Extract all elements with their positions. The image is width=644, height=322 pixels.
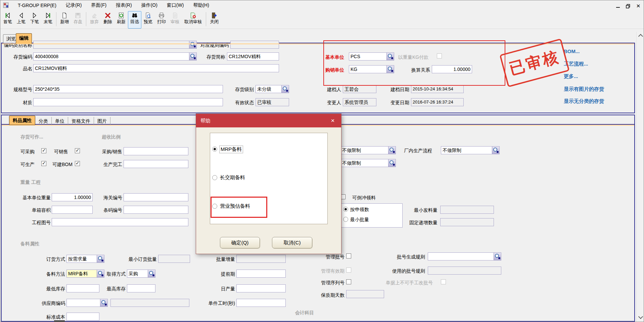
- lookup-icon[interactable]: [148, 270, 155, 277]
- minimize-button[interactable]: [614, 3, 622, 9]
- menu-item-app[interactable]: T-GROUP ERP(E): [17, 2, 57, 9]
- serial-checkbox[interactable]: [346, 279, 351, 284]
- toolbar-discard-button[interactable]: 放弃: [88, 11, 101, 29]
- buy-sell-field[interactable]: [124, 147, 188, 155]
- long-lead-radio[interactable]: [212, 175, 217, 180]
- conversion-field[interactable]: 1.00000: [432, 65, 472, 73]
- mrp-radio[interactable]: [212, 147, 217, 152]
- drawing-field[interactable]: [52, 218, 188, 226]
- lookup-icon[interactable]: [492, 147, 499, 154]
- barcode-field[interactable]: [124, 206, 188, 214]
- lookup-icon[interactable]: [388, 159, 396, 167]
- toolbar-next-button[interactable]: 下笔: [28, 11, 41, 29]
- toolbar-delete-button[interactable]: 删除: [101, 11, 114, 29]
- prod-done-field[interactable]: [124, 160, 188, 168]
- lookup-icon[interactable]: [386, 66, 394, 73]
- link-more[interactable]: 更多...: [564, 73, 578, 80]
- toolbar-first-button[interactable]: 首笔: [1, 11, 14, 29]
- sellable-checkbox[interactable]: [75, 148, 80, 153]
- toolbar-new-button[interactable]: 新增: [58, 11, 71, 29]
- lookup-icon[interactable]: [281, 85, 289, 93]
- toolbar-last-button[interactable]: 末笔: [41, 11, 55, 29]
- min-batch-radio[interactable]: [343, 217, 348, 222]
- toolbar-save-button[interactable]: 存盘: [71, 11, 85, 29]
- lead-field[interactable]: [236, 270, 286, 278]
- subtab-qualification[interactable]: 资格文件: [68, 117, 94, 125]
- toolbar-preview-button[interactable]: 预览: [141, 11, 155, 29]
- link-show-unclassified[interactable]: 显示无分类的存货: [564, 98, 604, 105]
- unit-time-field[interactable]: [236, 299, 286, 307]
- code-category-field[interactable]: [33, 41, 197, 49]
- spec-field[interactable]: 250*240*35: [33, 85, 223, 93]
- dialog-close-icon[interactable]: ×: [328, 116, 337, 125]
- toolbar-audit-button[interactable]: 审核: [168, 11, 182, 29]
- limit1-field[interactable]: 不做限制: [340, 146, 396, 154]
- box-volume-field[interactable]: [52, 206, 93, 214]
- trade-unit-field[interactable]: KG: [349, 65, 394, 73]
- long-lead-option-label[interactable]: 长交期备料: [220, 174, 245, 181]
- menu-item-operation[interactable]: 操作(O): [141, 2, 158, 9]
- purchasable-checkbox[interactable]: [41, 148, 46, 153]
- subtab-category[interactable]: 分类: [35, 117, 52, 125]
- base-weight-field[interactable]: 1.00000: [52, 193, 93, 201]
- customs-field[interactable]: [124, 193, 188, 201]
- tab-edit[interactable]: 编辑: [16, 33, 32, 44]
- subtab-unit[interactable]: 单位: [52, 117, 68, 125]
- acquire-field[interactable]: 采购: [127, 270, 155, 278]
- subtab-item-attributes[interactable]: 料品属性: [9, 116, 35, 125]
- toolbar-refresh-button[interactable]: 刷新: [114, 11, 128, 29]
- link-show-with-images[interactable]: 显示有图片的存货: [564, 86, 604, 92]
- toolbar-print-button[interactable]: 打印: [155, 11, 168, 29]
- toolbar-filter-button[interactable]: 筛选: [128, 11, 141, 29]
- item-code-field[interactable]: 400400008: [33, 52, 197, 61]
- daily-field[interactable]: [236, 284, 286, 292]
- menu-item-record[interactable]: 记录(R): [65, 2, 82, 9]
- dialog-ok-button[interactable]: 确定(Q): [220, 237, 260, 248]
- link-bom[interactable]: BOM...: [564, 48, 580, 54]
- toolbar-prev-button[interactable]: 上笔: [14, 11, 28, 29]
- scroll-up-icon[interactable]: [638, 34, 643, 39]
- min-stock-field[interactable]: [66, 284, 99, 292]
- mrp-option-label[interactable]: MRP备料: [220, 146, 243, 153]
- no-manual-checkbox[interactable]: [441, 279, 446, 284]
- can-bom-checkbox[interactable]: [75, 161, 80, 166]
- supplier-field[interactable]: [66, 299, 108, 307]
- item-short-field[interactable]: CR12MOV精料: [227, 52, 279, 61]
- close-window-button[interactable]: ✕: [635, 3, 642, 9]
- factory-flow-field[interactable]: 不做限制: [441, 146, 500, 154]
- menu-item-window[interactable]: 窗口(W): [166, 2, 185, 9]
- lookup-icon[interactable]: [189, 41, 196, 48]
- material-field[interactable]: [33, 98, 223, 106]
- std-cost-field[interactable]: [66, 313, 99, 321]
- restore-button[interactable]: [624, 3, 632, 9]
- toolbar-cancel-audit-button[interactable]: 取消审核: [182, 11, 204, 29]
- lookup-icon[interactable]: [97, 255, 104, 263]
- toolbar-close-button[interactable]: 关闭: [208, 11, 221, 29]
- lookup-icon[interactable]: [100, 299, 107, 307]
- lookup-icon[interactable]: [494, 253, 501, 260]
- expiry-checkbox[interactable]: [346, 268, 351, 273]
- dialog-cancel-button[interactable]: 取消(C): [272, 237, 312, 248]
- lookup-icon[interactable]: [386, 53, 394, 60]
- level-field[interactable]: 未分级: [256, 85, 289, 93]
- lookup-icon[interactable]: [388, 147, 396, 154]
- by-request-radio[interactable]: [343, 207, 348, 212]
- menu-item-interface[interactable]: 界面(F): [90, 2, 107, 9]
- prepare-field[interactable]: MRP备料: [66, 270, 104, 278]
- menu-item-help[interactable]: 帮助(H): [192, 2, 210, 9]
- scroll-down-icon[interactable]: [638, 314, 643, 319]
- base-weight-label: 基本单位重量: [16, 195, 51, 201]
- limit2-field[interactable]: 不做限制: [340, 159, 396, 167]
- lookup-icon[interactable]: [189, 53, 196, 60]
- lot-checkbox[interactable]: [346, 253, 351, 258]
- lookup-icon[interactable]: [97, 270, 104, 277]
- producible-checkbox[interactable]: [41, 161, 46, 166]
- subtab-image[interactable]: 图片: [94, 117, 110, 125]
- lot-rule-field[interactable]: [428, 252, 501, 260]
- base-unit-field[interactable]: PCS: [349, 52, 394, 61]
- item-name-field[interactable]: CR12MOV精料: [33, 64, 279, 72]
- menu-item-report[interactable]: 报表(R): [115, 2, 132, 9]
- order-mode-field[interactable]: 按需求量: [66, 255, 104, 263]
- vertical-scrollbar[interactable]: [636, 32, 644, 322]
- max-stock-field[interactable]: [127, 284, 155, 292]
